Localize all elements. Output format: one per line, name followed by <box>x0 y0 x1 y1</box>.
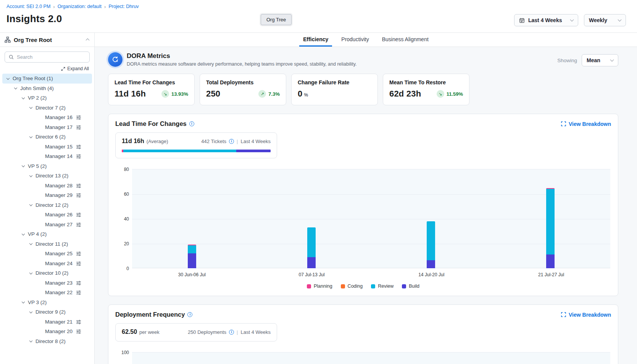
tree-item-label: Manager 28 <box>45 183 73 188</box>
tree-item-manager-14[interactable]: Manager 14 <box>2 151 92 161</box>
chevron-down-icon[interactable] <box>14 86 17 89</box>
filter-adjustments-icon[interactable] <box>76 261 81 266</box>
tree-item-director-13-2[interactable]: Director 13 (2) <box>2 171 92 181</box>
filter-adjustments-icon[interactable] <box>76 193 81 198</box>
breadcrumb-link[interactable]: Account: SEI 2.0 PM <box>6 4 50 9</box>
tree-item-vp-5-2[interactable]: VP 5 (2) <box>2 161 92 171</box>
legend-item-planning[interactable]: Planning <box>307 283 332 289</box>
tree-item-vp-2-2[interactable]: VP 2 (2) <box>2 93 92 103</box>
showing-select[interactable]: Mean <box>582 54 618 66</box>
tree-item-vp-4-2[interactable]: VP 4 (2) <box>2 229 92 239</box>
date-range-select[interactable]: Last 4 Weeks <box>514 14 578 26</box>
filter-adjustments-icon[interactable] <box>76 212 81 217</box>
tree-item-manager-20[interactable]: Manager 20 <box>2 327 92 337</box>
legend-item-coding[interactable]: Coding <box>341 283 363 289</box>
stacked-bar-4[interactable] <box>546 188 555 268</box>
granularity-select[interactable]: Weekly <box>584 14 626 26</box>
tree-item-director-10-2[interactable]: Director 10 (2) <box>2 268 92 278</box>
lead-time-view-breakdown[interactable]: View Breakdown <box>561 121 611 127</box>
tree-item-manager-21[interactable]: Manager 21 <box>2 317 92 327</box>
chevron-down-icon[interactable] <box>29 135 32 138</box>
tree-item-director-7-2[interactable]: Director 7 (2) <box>2 103 92 113</box>
info-icon[interactable]: i <box>229 330 234 335</box>
breadcrumb-link[interactable]: Project: Dhruv <box>108 4 139 9</box>
tree-item-director-9-2[interactable]: Director 9 (2) <box>2 307 92 317</box>
dora-header: DORA Metrics DORA metrics measure softwa… <box>108 52 618 67</box>
tree-item-manager-26[interactable]: Manager 26 <box>2 210 92 220</box>
filter-adjustments-icon[interactable] <box>76 290 81 295</box>
trend-delta: 11.59% <box>447 91 463 97</box>
filter-adjustments-icon[interactable] <box>76 154 81 159</box>
chevron-down-icon[interactable] <box>6 77 10 80</box>
info-icon[interactable]: i <box>187 312 192 317</box>
trend-up-arrow-icon: ↗ <box>258 90 266 98</box>
tree-item-manager-27[interactable]: Manager 27 <box>2 220 92 230</box>
metric-card-total-deployments[interactable]: Total Deployments250↗7.3% <box>200 74 286 105</box>
tree-item-director-6-2[interactable]: Director 6 (2) <box>2 132 92 142</box>
tab-productivity[interactable]: Productivity <box>337 33 373 47</box>
org-tree-button[interactable]: Org Tree <box>261 14 292 25</box>
filter-adjustments-icon[interactable] <box>76 319 81 325</box>
chevron-down-icon[interactable] <box>29 203 32 206</box>
metric-card-mean-time-to-restore[interactable]: Mean Time To Restore62d 23h↘11.59% <box>383 74 469 105</box>
trend-badge: ↘13.93% <box>161 90 188 98</box>
filter-adjustments-icon[interactable] <box>76 251 81 256</box>
tree-item-label: Manager 26 <box>45 212 73 217</box>
lead-time-summary-card: 11d 16h (Average) 442 Ticketsi | Last 4 … <box>115 132 277 158</box>
info-icon[interactable]: i <box>229 139 234 144</box>
breadcrumb-separator: › <box>53 4 55 9</box>
tree-item-director-12-2[interactable]: Director 12 (2) <box>2 200 92 210</box>
chevron-down-icon[interactable] <box>29 242 32 245</box>
legend-item-build[interactable]: Build <box>402 283 419 289</box>
stacked-bar-3[interactable] <box>427 221 435 269</box>
chevron-down-icon[interactable] <box>29 271 32 274</box>
tree-item-manager-22[interactable]: Manager 22 <box>2 288 92 298</box>
metric-card-change-failure-rate[interactable]: Change Failure Rate0% <box>291 74 378 105</box>
chevron-down-icon[interactable] <box>22 96 25 99</box>
chevron-down-icon[interactable] <box>22 232 25 235</box>
filter-adjustments-icon[interactable] <box>76 222 81 227</box>
stacked-bar-1[interactable] <box>188 245 196 268</box>
tree-item-manager-24[interactable]: Manager 24 <box>2 259 92 269</box>
chart-plot-area: 020406080 <box>132 169 610 268</box>
filter-adjustments-icon[interactable] <box>76 144 81 150</box>
tree-item-manager-15[interactable]: Manager 15 <box>2 142 92 152</box>
filter-adjustments-icon[interactable] <box>76 115 81 120</box>
metric-card-lead-time-for-changes[interactable]: Lead Time For Changes11d 16h↘13.93% <box>108 74 195 105</box>
tree-item-org-tree-root-1[interactable]: Org Tree Root (1) <box>2 74 92 84</box>
chevron-down-icon[interactable] <box>29 174 32 177</box>
tree-item-manager-23[interactable]: Manager 23 <box>2 278 92 288</box>
search-input[interactable] <box>17 54 85 60</box>
metric-value: 0 <box>298 89 302 99</box>
tree-item-director-8-2[interactable]: Director 8 (2) <box>2 337 92 346</box>
filter-adjustments-icon[interactable] <box>76 280 81 286</box>
tree-item-manager-25[interactable]: Manager 25 <box>2 249 92 259</box>
tree-item-label: Director 9 (2) <box>35 309 66 315</box>
info-icon[interactable]: i <box>189 121 194 126</box>
filter-adjustments-icon[interactable] <box>76 183 81 188</box>
filter-adjustments-icon[interactable] <box>76 125 81 130</box>
tree-item-manager-29[interactable]: Manager 29 <box>2 190 92 200</box>
stacked-bar-2[interactable] <box>307 227 316 268</box>
dora-title: DORA Metrics <box>127 52 357 60</box>
tree-item-manager-16[interactable]: Manager 16 <box>2 113 92 122</box>
chevron-down-icon[interactable] <box>29 106 32 109</box>
chevron-down-icon[interactable] <box>29 310 32 313</box>
tree-item-manager-28[interactable]: Manager 28 <box>2 181 92 191</box>
sidebar-header[interactable]: Org Tree Root <box>0 33 94 47</box>
tree-item-director-11-2[interactable]: Director 11 (2) <box>2 239 92 249</box>
tree-item-john-smith-4[interactable]: John Smith (4) <box>2 84 92 93</box>
breadcrumb-link[interactable]: Organization: default <box>58 4 102 9</box>
tree-item-vp-3-2[interactable]: VP 3 (2) <box>2 298 92 308</box>
chevron-down-icon[interactable] <box>22 300 25 303</box>
chevron-down-icon[interactable] <box>29 339 32 342</box>
tab-business-alignment[interactable]: Business Alignment <box>378 33 432 47</box>
legend-item-review[interactable]: Review <box>371 283 393 289</box>
tab-efficiency[interactable]: Efficiency <box>299 33 332 47</box>
granularity-value: Weekly <box>589 17 607 23</box>
filter-adjustments-icon[interactable] <box>76 329 81 334</box>
deployment-view-breakdown[interactable]: View Breakdown <box>561 312 611 318</box>
expand-all-button[interactable]: Expand All <box>0 66 89 71</box>
chevron-down-icon[interactable] <box>22 164 25 167</box>
tree-item-manager-17[interactable]: Manager 17 <box>2 122 92 132</box>
